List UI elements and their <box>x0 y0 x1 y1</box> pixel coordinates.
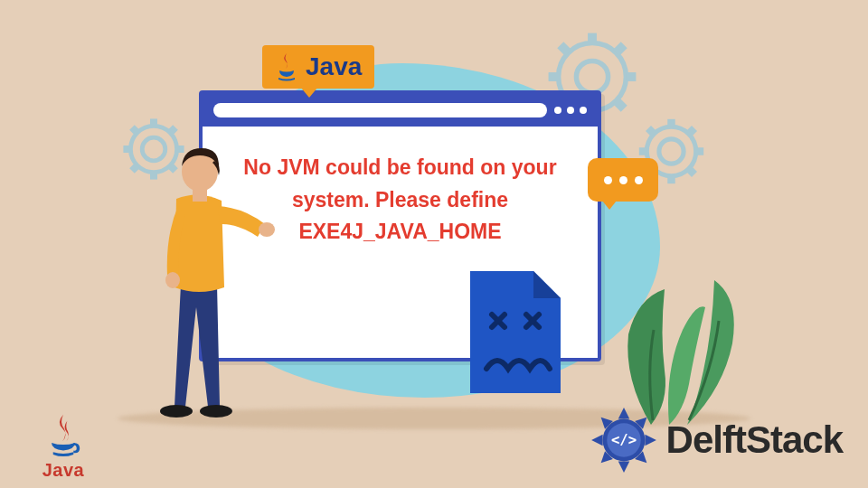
sad-file-icon <box>461 262 570 398</box>
svg-line-18 <box>616 45 624 53</box>
dot <box>604 176 612 184</box>
java-badge-label: Java <box>306 52 362 81</box>
svg-line-16 <box>561 45 569 53</box>
java-corner-label: Java <box>27 460 99 481</box>
java-badge: Java <box>262 45 374 89</box>
svg-point-32 <box>259 222 275 237</box>
delftstack-brand: </> DelftStack <box>589 405 843 475</box>
svg-text:</>: </> <box>611 432 637 448</box>
svg-point-33 <box>165 272 180 288</box>
illustration-canvas: No JVM could be found on your system. Pl… <box>0 0 868 488</box>
window-dot <box>554 107 561 114</box>
window-dot <box>567 107 574 114</box>
url-bar <box>213 103 547 117</box>
chat-bubble-icon <box>588 158 658 202</box>
browser-titlebar <box>203 94 598 127</box>
delftstack-label: DelftStack <box>666 418 843 462</box>
person-illustration <box>131 136 285 425</box>
java-logo-corner: Java <box>27 413 99 481</box>
svg-line-17 <box>616 100 624 108</box>
delftstack-badge-icon: </> <box>589 405 659 475</box>
window-dot <box>580 107 587 114</box>
svg-line-26 <box>648 128 654 134</box>
svg-point-30 <box>160 405 193 418</box>
svg-point-10 <box>576 61 608 92</box>
svg-line-28 <box>689 128 694 134</box>
window-controls <box>554 107 587 114</box>
svg-point-31 <box>200 405 232 418</box>
svg-line-6 <box>132 127 137 133</box>
dot <box>619 176 627 184</box>
svg-line-27 <box>689 169 694 174</box>
svg-point-20 <box>659 139 684 164</box>
java-cup-icon <box>275 52 298 81</box>
svg-line-8 <box>170 127 175 133</box>
plant-decoration <box>597 244 760 425</box>
dot <box>635 176 643 184</box>
